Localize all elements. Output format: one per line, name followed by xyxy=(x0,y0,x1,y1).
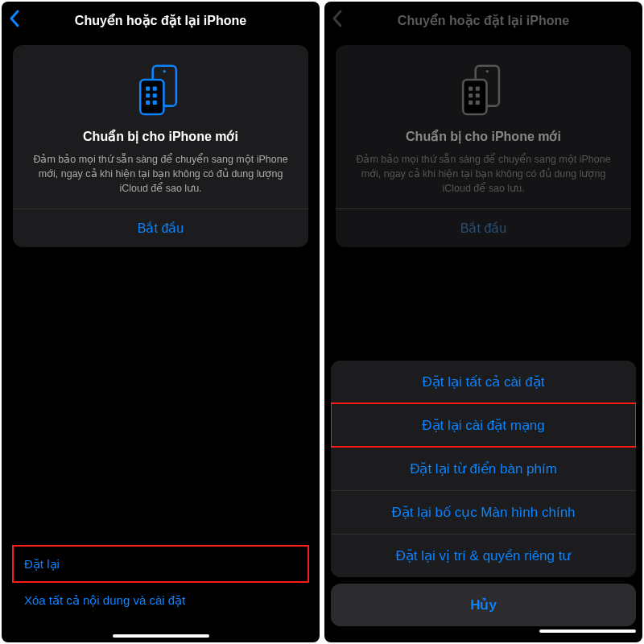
svg-rect-13 xyxy=(475,87,479,91)
prepare-card-title: Chuẩn bị cho iPhone mới xyxy=(26,129,295,144)
reset-location-privacy[interactable]: Đặt lại vị trí & quyền riêng tư xyxy=(331,534,636,577)
back-button[interactable] xyxy=(8,9,32,32)
get-started-button: Bắt đầu xyxy=(349,209,618,247)
svg-rect-4 xyxy=(152,87,156,91)
svg-rect-11 xyxy=(463,80,486,114)
svg-point-10 xyxy=(485,70,488,72)
svg-rect-14 xyxy=(469,93,473,97)
svg-rect-6 xyxy=(152,93,156,97)
bottom-options: Đặt lại Xóa tất cả nội dung và cài đặt xyxy=(13,546,308,618)
svg-rect-16 xyxy=(469,101,473,105)
reset-options-group: Đặt lại tất cả cài đặt Đặt lại cài đặt m… xyxy=(331,361,636,577)
prepare-card: Chuẩn bị cho iPhone mới Đảm bảo mọi thứ … xyxy=(13,45,308,247)
cancel-button[interactable]: Hủy xyxy=(331,584,636,626)
svg-rect-12 xyxy=(469,87,473,91)
svg-rect-3 xyxy=(146,87,150,91)
svg-rect-2 xyxy=(140,80,163,114)
reset-home-screen-layout[interactable]: Đặt lại bố cục Màn hình chính xyxy=(331,490,636,534)
reset-row[interactable]: Đặt lại xyxy=(13,546,308,582)
svg-rect-15 xyxy=(475,93,479,97)
home-indicator[interactable] xyxy=(113,634,209,638)
page-title: Chuyển hoặc đặt lại iPhone xyxy=(324,13,642,28)
erase-all-row[interactable]: Xóa tất cả nội dung và cài đặt xyxy=(13,582,308,618)
home-indicator[interactable] xyxy=(539,630,636,633)
prepare-card-desc: Đảm bảo mọi thứ sẵn sàng để chuyển sang … xyxy=(349,152,618,196)
prepare-card-desc: Đảm bảo mọi thứ sẵn sàng để chuyển sang … xyxy=(26,152,295,196)
screen-step-1: Chuyển hoặc đặt lại iPhone Chuẩn bị cho … xyxy=(2,2,320,642)
svg-rect-7 xyxy=(146,101,150,105)
reset-keyboard-dictionary[interactable]: Đặt lại từ điển bàn phím xyxy=(331,447,636,490)
screen-step-2: Chuyển hoặc đặt lại iPhone Chuẩn bị cho … xyxy=(324,2,642,642)
svg-rect-5 xyxy=(146,93,150,97)
prepare-card: Chuẩn bị cho iPhone mới Đảm bảo mọi thứ … xyxy=(336,45,631,247)
back-button xyxy=(331,9,355,32)
svg-rect-8 xyxy=(152,101,156,105)
reset-network-settings[interactable]: Đặt lại cài đặt mạng xyxy=(331,403,636,447)
migrate-icon xyxy=(349,61,618,118)
prepare-card-title: Chuẩn bị cho iPhone mới xyxy=(349,129,618,144)
reset-all-settings[interactable]: Đặt lại tất cả cài đặt xyxy=(331,361,636,403)
page-title: Chuyển hoặc đặt lại iPhone xyxy=(2,13,320,28)
reset-action-sheet: Đặt lại tất cả cài đặt Đặt lại cài đặt m… xyxy=(331,361,636,638)
migrate-icon xyxy=(26,61,295,118)
get-started-button[interactable]: Bắt đầu xyxy=(26,209,295,247)
nav-bar: Chuyển hoặc đặt lại iPhone xyxy=(2,2,320,39)
svg-point-1 xyxy=(163,70,165,72)
nav-bar: Chuyển hoặc đặt lại iPhone xyxy=(324,2,642,39)
svg-rect-17 xyxy=(475,101,479,105)
